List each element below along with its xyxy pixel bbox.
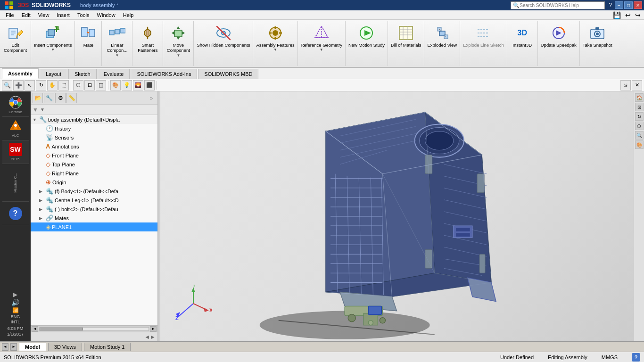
resize-arrow-icon[interactable]: ◄► <box>144 334 156 340</box>
tree-item-plane1[interactable]: ◈ PLANE1 <box>31 222 157 231</box>
exploded-view-button[interactable]: Exploded View <box>424 21 460 66</box>
tree-item-history[interactable]: 🕐 History <box>31 124 157 133</box>
tree-item-top-plane[interactable]: ◇ Top Plane <box>31 160 157 169</box>
tab-model[interactable]: Model <box>19 343 46 351</box>
update-speedpak-button[interactable]: Update Speedpak <box>538 21 580 66</box>
tab-assembly[interactable]: Assembly <box>2 68 39 79</box>
solidworks-sw-icon[interactable]: SW 2015 <box>2 140 29 164</box>
tree-item-sensors[interactable]: 📡 Sensors <box>31 133 157 142</box>
tab-addins[interactable]: SOLIDWORKS Add-Ins <box>131 69 197 79</box>
rotate-r-btn[interactable]: ↻ <box>635 112 644 121</box>
tree-root[interactable]: ▼ 🔧 body assembly (Default<Displa <box>31 115 157 124</box>
edit-component-button[interactable]: EditComponent <box>0 21 31 66</box>
view-zoom-r-btn[interactable]: 🔍 <box>635 131 644 140</box>
assembly-features-dropdown[interactable]: ▼ <box>273 48 277 52</box>
pan-btn[interactable]: ✋ <box>47 80 58 90</box>
menu-file[interactable]: File <box>2 11 18 19</box>
close-button[interactable]: ✕ <box>634 1 642 9</box>
tree-hscroll[interactable]: ◄ ► <box>31 325 157 332</box>
status-help-btn[interactable]: ? <box>632 353 640 362</box>
tree-item-centre-leg1[interactable]: ▶ 🔩 Centre Leg<1> (Default<<D <box>31 196 157 205</box>
move-component-button[interactable]: MoveComponent ▼ <box>163 21 194 66</box>
quick-save[interactable]: 💾 <box>611 11 622 19</box>
tab-3d-views[interactable]: 3D Views <box>48 343 82 351</box>
menu-insert[interactable]: Insert <box>53 11 74 19</box>
restore-button[interactable]: □ <box>624 1 633 9</box>
linear-component-dropdown[interactable]: ▼ <box>115 53 119 58</box>
close-panel-btn[interactable]: ✕ <box>632 80 642 90</box>
menu-edit[interactable]: Edit <box>18 11 34 19</box>
instant3d-button[interactable]: 3D Instant3D <box>507 21 538 66</box>
realview-btn[interactable]: ⬛ <box>144 80 155 90</box>
search-box[interactable]: 🔍 <box>511 1 605 9</box>
tab-mbd[interactable]: SOLIDWORKS MBD <box>198 69 258 79</box>
bottom-scroll-right[interactable]: ► <box>10 343 17 351</box>
hscroll-thumb[interactable] <box>40 328 83 330</box>
menu-view[interactable]: View <box>34 11 53 19</box>
section-view-btn[interactable]: ⊟ <box>84 80 95 90</box>
insert-components-button[interactable]: Insert Components ▼ <box>31 21 75 66</box>
insert-components-dropdown[interactable]: ▼ <box>51 48 55 52</box>
tree-item-origin[interactable]: ⊕ Origin <box>31 178 157 187</box>
start-button[interactable] <box>2 0 16 10</box>
select-btn[interactable]: ↖ <box>25 80 35 90</box>
zoom-to-fit-btn[interactable]: 🔍 <box>2 80 12 90</box>
hscroll-right-btn[interactable]: ► <box>150 326 157 332</box>
expand-tray-btn[interactable]: ▶ <box>13 291 17 298</box>
home-view-btn[interactable]: 🏠 <box>635 93 644 102</box>
assembly-features-button[interactable]: Assembly Features ▼ <box>253 21 297 66</box>
tab-motion-study-1[interactable]: Motion Study 1 <box>84 343 131 351</box>
tab-evaluate[interactable]: Evaluate <box>98 69 130 79</box>
view-orient-r-btn[interactable]: ⬡ <box>635 122 644 130</box>
tab-layout[interactable]: Layout <box>40 69 67 79</box>
move-component-dropdown[interactable]: ▼ <box>176 53 180 58</box>
mission-control-item[interactable]: Mission C... <box>2 164 29 202</box>
hscroll-left-btn[interactable]: ◄ <box>32 326 38 332</box>
tree-item-annotations[interactable]: A Annotations <box>31 142 157 151</box>
search-input[interactable] <box>520 3 595 8</box>
appearance-r-btn[interactable]: 🎨 <box>635 140 644 149</box>
menu-window[interactable]: Window <box>93 11 119 19</box>
menu-tools[interactable]: Tools <box>74 11 93 19</box>
view-style-btn[interactable]: ◫ <box>96 80 106 90</box>
reference-geometry-dropdown[interactable]: ▼ <box>320 48 323 52</box>
tree-item-body1[interactable]: ▶ 🔩 (f) Body<1> (Default<<Defa <box>31 187 157 196</box>
lighting-btn[interactable]: 💡 <box>122 80 132 90</box>
viewport[interactable]: Z Y X <box>160 91 634 341</box>
chrome-icon[interactable]: Chrome <box>2 93 29 117</box>
minimize-button[interactable]: − <box>615 1 623 9</box>
take-snapshot-button[interactable]: Take Snapshot <box>580 21 615 66</box>
help-btn[interactable]: ? <box>609 2 612 8</box>
scene-btn[interactable]: 🌄 <box>133 80 143 90</box>
menu-help[interactable]: Help <box>119 11 138 19</box>
expand-window-btn[interactable]: ⇲ <box>620 80 631 90</box>
quick-redo[interactable]: ↪ <box>634 11 642 19</box>
tab-sketch[interactable]: Sketch <box>68 69 97 79</box>
bill-of-materials-button[interactable]: Bill of Materials <box>388 21 424 66</box>
wifi-icon[interactable]: 📶 <box>12 307 19 313</box>
smart-fasteners-button[interactable]: SmartFasteners <box>132 21 163 66</box>
mate-button[interactable]: Mate <box>75 21 102 66</box>
help-button[interactable]: ? <box>2 202 29 225</box>
feature-tree-icon[interactable]: 📂 <box>33 93 43 103</box>
show-hidden-button[interactable]: Show Hidden Components <box>194 21 253 66</box>
quick-undo[interactable]: ↩ <box>624 11 632 19</box>
tree-item-bolt2[interactable]: ▶ 🔩 (-) bolt<2> (Default<<Defau <box>31 205 157 214</box>
appearances-btn[interactable]: 🎨 <box>110 80 121 90</box>
new-motion-study-button[interactable]: New Motion Study <box>346 21 388 66</box>
tree-item-front-plane[interactable]: ◇ Front Plane <box>31 151 157 160</box>
config-mgr-icon[interactable]: ⚙ <box>55 93 66 103</box>
explode-line-sketch-button[interactable]: Explode Line Sketch <box>460 21 507 66</box>
vlc-icon[interactable]: VLC <box>2 117 29 140</box>
linear-component-button[interactable]: LinearCompon... ▼ <box>102 21 132 66</box>
property-mgr-icon[interactable]: 🔧 <box>44 93 54 103</box>
view-orient-btn[interactable]: ⬡ <box>73 80 83 90</box>
zoom-to-fit-r-btn[interactable]: ⊡ <box>635 103 644 111</box>
tree-item-right-plane[interactable]: ◇ Right Plane <box>31 169 157 178</box>
hscroll-track[interactable] <box>39 327 149 331</box>
tree-item-mates[interactable]: ▶ 🔗 Mates <box>31 214 157 222</box>
zoom-in-btn[interactable]: ➕ <box>13 80 24 90</box>
volume-icon[interactable]: 🔊 <box>11 299 19 306</box>
rotate-btn[interactable]: ↻ <box>36 80 46 90</box>
reference-geometry-button[interactable]: Reference Geometry ▼ <box>298 21 346 66</box>
